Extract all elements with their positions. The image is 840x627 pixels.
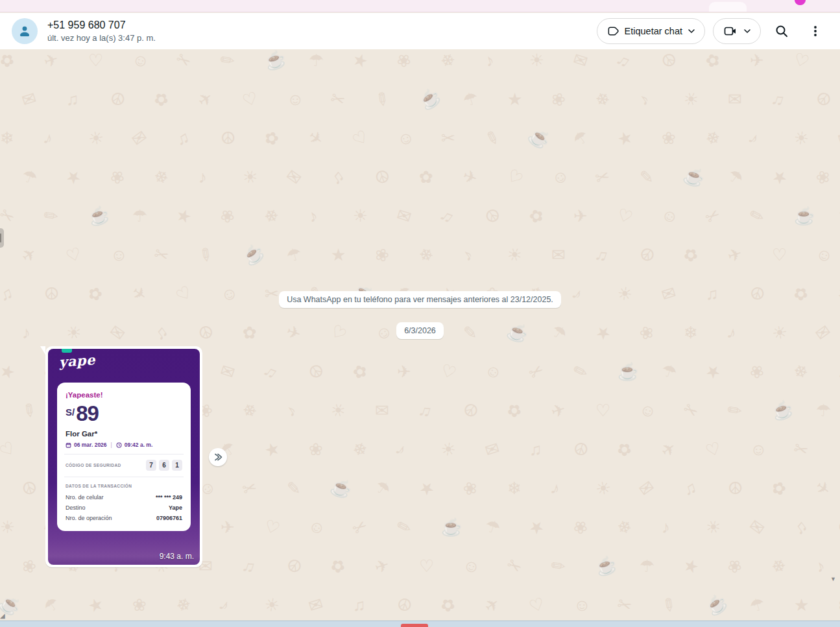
doodle-glyph: ♫ — [66, 91, 79, 108]
doodle-glyph: ✂ — [349, 516, 370, 538]
video-call-button[interactable] — [713, 18, 761, 44]
doodle-glyph: ✂ — [329, 89, 348, 109]
doodle-glyph: ♪ — [483, 51, 496, 70]
search-button[interactable] — [769, 18, 795, 44]
table-row: Destino Yape — [66, 503, 182, 513]
doodle-glyph: ✂ — [152, 244, 171, 265]
doodle-glyph: ✂ — [702, 205, 723, 227]
search-icon — [774, 23, 789, 39]
table-row: Nro. de celular *** *** 249 — [66, 492, 182, 503]
doodle-glyph: ♡ — [439, 361, 459, 382]
doodle-glyph: ✉ — [728, 91, 742, 108]
doodle-glyph: ♪ — [217, 596, 234, 615]
doodle-glyph: ♡ — [350, 127, 372, 150]
doodle-glyph: ☺ — [395, 128, 416, 149]
doodle-glyph: ❄ — [174, 595, 193, 615]
doodle-glyph: ✈ — [18, 244, 40, 266]
doodle-glyph: ♡ — [792, 50, 811, 71]
doodle-glyph: ✈ — [549, 400, 568, 420]
doodle-glyph: ✈ — [481, 594, 503, 616]
doodle-glyph: ✉ — [551, 246, 566, 263]
doodle-glyph: ★ — [702, 361, 725, 383]
forward-message-button[interactable] — [209, 448, 227, 466]
doodle-glyph: ✿ — [527, 206, 546, 226]
sidebar-drag-handle[interactable] — [0, 228, 4, 248]
doodle-glyph: ☺ — [658, 204, 682, 228]
doodle-glyph: ★ — [794, 597, 809, 613]
doodle-glyph: ☂ — [660, 361, 679, 382]
transaction-rows: Nro. de celular *** *** 249 Destino Yape… — [66, 492, 182, 523]
date-chip: 6/3/2026 — [396, 322, 444, 339]
doodle-glyph: ✈ — [812, 477, 834, 499]
doodle-glyph: ♫ — [529, 441, 542, 458]
doodle-glyph: ☂ — [816, 402, 831, 419]
doodle-glyph: ☀ — [791, 127, 813, 150]
doodle-glyph: ☂ — [41, 594, 63, 617]
scrollbar-down-arrow[interactable]: ▼ — [830, 576, 836, 582]
doodle-glyph: ☀ — [682, 89, 701, 110]
doodle-glyph: ✎ — [547, 555, 569, 577]
doodle-glyph: ❄ — [616, 517, 634, 537]
message-row: yape ¡Yapeaste! S/ 89 Flor Gar* 06 mar. … — [45, 346, 227, 567]
doodle-glyph: ☕ — [526, 125, 553, 151]
doodle-glyph: ☕ — [618, 363, 638, 380]
doodle-glyph: ❄ — [0, 130, 14, 147]
doodle-glyph: ✿ — [263, 128, 282, 148]
doodle-glyph: ♪ — [42, 129, 54, 148]
doodle-glyph: ☺ — [461, 556, 483, 577]
doodle-glyph: ✉ — [746, 516, 767, 538]
currency-symbol: S/ — [66, 407, 75, 418]
doodle-glyph: ♪ — [283, 401, 300, 420]
security-code-row: CÓDIGO DE SEGURIDAD 7 6 1 — [66, 460, 182, 471]
doodle-glyph: ✂ — [173, 49, 194, 71]
doodle-glyph: ♫ — [327, 167, 347, 187]
doodle-glyph: ★ — [331, 246, 346, 263]
doodle-glyph: ❄ — [592, 88, 613, 110]
avatar[interactable] — [12, 18, 38, 44]
menu-button[interactable] — [802, 18, 828, 44]
doodle-glyph: ☺ — [130, 50, 152, 71]
doodle-glyph: ☕ — [702, 592, 730, 618]
calendar-icon — [66, 442, 71, 448]
doodle-glyph: ★ — [63, 166, 85, 189]
doodle-glyph: ☮ — [836, 517, 840, 538]
doodle-glyph: ✉ — [395, 206, 414, 226]
doodle-glyph: ☺ — [573, 597, 591, 613]
contact-last-seen: últ. vez hoy a la(s) 3:47 p. m. — [47, 32, 156, 44]
doodle-glyph: ☂ — [132, 207, 147, 224]
doodle-glyph: ☀ — [529, 52, 544, 69]
doodle-glyph: ☺ — [814, 244, 835, 266]
contact-info[interactable]: +51 959 680 707 últ. vez hoy a la(s) 3:4… — [47, 18, 156, 44]
label-chat-button[interactable]: Etiquetar chat — [597, 18, 705, 44]
doodle-glyph: ★ — [416, 477, 438, 500]
doodle-glyph: ❄ — [152, 167, 171, 187]
doodle-glyph: ♡ — [263, 517, 282, 538]
doodle-glyph: ✉ — [20, 89, 39, 109]
doodle-glyph: ✉ — [283, 166, 304, 188]
doodle-glyph: ♪ — [636, 90, 653, 109]
page-corner-caret: ◢ — [0, 612, 5, 619]
doodle-glyph: ✎ — [658, 594, 679, 616]
doodle-glyph: ★ — [682, 556, 701, 576]
doodle-glyph: ❄ — [415, 244, 437, 266]
doodle-glyph: ☺ — [548, 165, 572, 189]
doodle-glyph: ✉ — [375, 402, 389, 419]
doodle-glyph: ✿ — [150, 88, 172, 110]
doodle-glyph: ☂ — [20, 167, 40, 187]
doodle-glyph: ☮ — [373, 167, 392, 187]
doodle-glyph: ☮ — [108, 89, 128, 110]
doodle-glyph: ☕ — [794, 207, 815, 224]
doodle-glyph: ☀ — [438, 438, 460, 461]
doodle-glyph: ✉ — [836, 128, 840, 148]
doodle-glyph: ✉ — [636, 477, 657, 499]
incoming-image-message[interactable]: yape ¡Yapeaste! S/ 89 Flor Gar* 06 mar. … — [45, 346, 202, 567]
browser-tab-blob — [709, 2, 747, 12]
receipt-amount: S/ 89 — [66, 403, 182, 424]
yape-receipt-image[interactable]: yape ¡Yapeaste! S/ 89 Flor Gar* 06 mar. … — [48, 349, 200, 565]
doodle-glyph: ❄ — [768, 555, 789, 577]
doodle-glyph: ☺ — [482, 360, 506, 384]
doodle-glyph: ✈ — [461, 167, 480, 187]
doodle-glyph: ☮ — [571, 439, 591, 460]
chevron-down-icon — [743, 27, 751, 35]
doodle-glyph: ✉ — [307, 595, 326, 615]
